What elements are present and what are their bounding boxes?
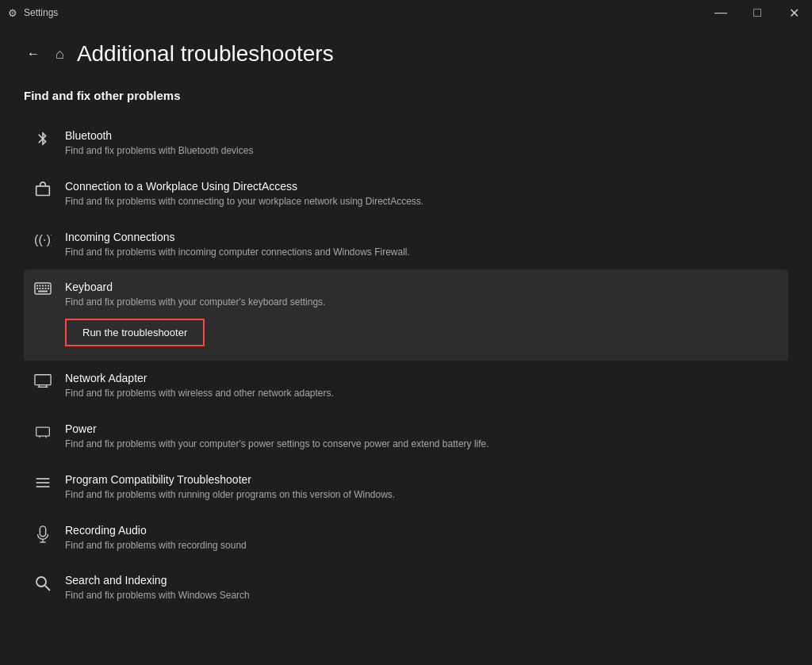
- bluetooth-desc: Find and fix problems with Bluetooth dev…: [65, 144, 779, 158]
- svg-rect-10: [42, 288, 44, 289]
- title-bar-controls: — □ ✕: [703, 0, 812, 25]
- bluetooth-name: Bluetooth: [65, 129, 779, 142]
- item-row-search: Search and Indexing Find and fix problem…: [33, 574, 779, 602]
- item-row-compat: Program Compatibility Troubleshooter Fin…: [33, 473, 779, 502]
- section-title: Find and fix other problems: [24, 89, 788, 102]
- close-button[interactable]: ✕: [776, 0, 812, 25]
- svg-rect-7: [48, 285, 49, 287]
- compat-name: Program Compatibility Troubleshooter: [65, 473, 779, 486]
- list-item[interactable]: Bluetooth Find and fix problems with Blu…: [24, 118, 788, 169]
- audio-icon: [33, 526, 52, 543]
- audio-desc: Find and fix problems with recording sou…: [65, 539, 779, 552]
- page-title: Additional troubleshooters: [77, 41, 334, 67]
- main-content: ← ⌂ Additional troubleshooters Find and …: [0, 25, 812, 629]
- item-row-bluetooth: Bluetooth Find and fix problems with Blu…: [33, 129, 779, 158]
- search-desc: Find and fix problems with Windows Searc…: [65, 589, 779, 602]
- svg-rect-8: [36, 288, 38, 289]
- list-item[interactable]: Program Compatibility Troubleshooter Fin…: [24, 462, 788, 513]
- svg-rect-11: [45, 288, 47, 289]
- incoming-text: Incoming Connections Find and fix proble…: [65, 231, 779, 259]
- power-icon: [33, 424, 52, 440]
- svg-rect-24: [40, 526, 45, 536]
- list-item[interactable]: Network Adapter Find and fix problems wi…: [24, 361, 788, 411]
- svg-point-27: [36, 577, 46, 587]
- bluetooth-text: Bluetooth Find and fix problems with Blu…: [65, 129, 779, 158]
- list-item[interactable]: Power Find and fix problems with your co…: [24, 411, 788, 462]
- item-row-keyboard: Keyboard Find and fix problems with your…: [33, 281, 779, 309]
- svg-rect-0: [36, 186, 50, 196]
- svg-rect-18: [36, 427, 50, 436]
- svg-rect-4: [40, 285, 41, 287]
- maximize-button[interactable]: □: [739, 0, 776, 25]
- audio-text: Recording Audio Find and fix problems wi…: [65, 524, 779, 552]
- incoming-name: Incoming Connections: [65, 231, 779, 243]
- connection-text: Connection to a Workplace Using DirectAc…: [65, 180, 779, 208]
- network-text: Network Adapter Find and fix problems wi…: [65, 372, 779, 400]
- title-bar-left: ⚙ Settings: [8, 7, 58, 19]
- svg-rect-13: [38, 291, 48, 292]
- title-bar: ⚙ Settings — □ ✕: [0, 0, 812, 25]
- network-icon: [33, 373, 52, 389]
- minimize-button[interactable]: —: [703, 0, 739, 25]
- list-item-keyboard[interactable]: Keyboard Find and fix problems with your…: [24, 269, 788, 361]
- svg-rect-3: [36, 285, 38, 287]
- list-item[interactable]: ((·)) Incoming Connections Find and fix …: [24, 220, 788, 270]
- compat-text: Program Compatibility Troubleshooter Fin…: [65, 473, 779, 502]
- incoming-icon: ((·)): [33, 232, 52, 248]
- list-item[interactable]: Search and Indexing Find and fix problem…: [24, 563, 788, 613]
- connection-name: Connection to a Workplace Using DirectAc…: [65, 180, 779, 193]
- svg-line-28: [45, 586, 50, 590]
- connection-desc: Find and fix problems with connecting to…: [65, 195, 779, 208]
- run-troubleshooter-button[interactable]: Run the troubleshooter: [65, 319, 205, 346]
- list-item[interactable]: Recording Audio Find and fix problems wi…: [24, 513, 788, 564]
- keyboard-text: Keyboard Find and fix problems with your…: [65, 281, 779, 309]
- compat-icon: [33, 475, 52, 491]
- page-header: ← ⌂ Additional troubleshooters: [24, 41, 788, 67]
- settings-icon: ⚙: [8, 7, 17, 19]
- svg-rect-14: [35, 375, 51, 385]
- back-button[interactable]: ←: [24, 44, 43, 64]
- keyboard-name: Keyboard: [65, 281, 779, 293]
- svg-rect-6: [45, 285, 47, 287]
- bluetooth-icon: [33, 131, 52, 147]
- search-name: Search and Indexing: [65, 574, 779, 587]
- title-bar-title: Settings: [24, 7, 58, 18]
- troubleshooter-list: Bluetooth Find and fix problems with Blu…: [24, 118, 788, 613]
- compat-desc: Find and fix problems with running older…: [65, 488, 779, 502]
- network-desc: Find and fix problems with wireless and …: [65, 387, 779, 400]
- power-text: Power Find and fix problems with your co…: [65, 422, 779, 451]
- search-text: Search and Indexing Find and fix problem…: [65, 574, 779, 602]
- svg-rect-12: [48, 288, 49, 289]
- item-row-incoming: ((·)) Incoming Connections Find and fix …: [33, 231, 779, 259]
- item-row-network: Network Adapter Find and fix problems wi…: [33, 372, 779, 400]
- network-name: Network Adapter: [65, 372, 779, 384]
- item-row-power: Power Find and fix problems with your co…: [33, 422, 779, 451]
- run-btn-container: Run the troubleshooter: [33, 309, 205, 350]
- home-icon: ⌂: [56, 46, 64, 63]
- item-row-connection: Connection to a Workplace Using DirectAc…: [33, 180, 779, 208]
- keyboard-desc: Find and fix problems with your computer…: [65, 296, 779, 309]
- keyboard-icon: [33, 282, 52, 295]
- connection-icon: [33, 182, 52, 197]
- incoming-desc: Find and fix problems with incoming comp…: [65, 246, 779, 259]
- power-name: Power: [65, 422, 779, 435]
- svg-rect-9: [40, 288, 41, 289]
- power-desc: Find and fix problems with your computer…: [65, 438, 779, 451]
- item-row-audio: Recording Audio Find and fix problems wi…: [33, 524, 779, 552]
- search-icon: [33, 575, 52, 593]
- list-item[interactable]: Connection to a Workplace Using DirectAc…: [24, 169, 788, 220]
- audio-name: Recording Audio: [65, 524, 779, 537]
- svg-rect-5: [42, 285, 44, 287]
- svg-text:((·)): ((·)): [34, 232, 52, 247]
